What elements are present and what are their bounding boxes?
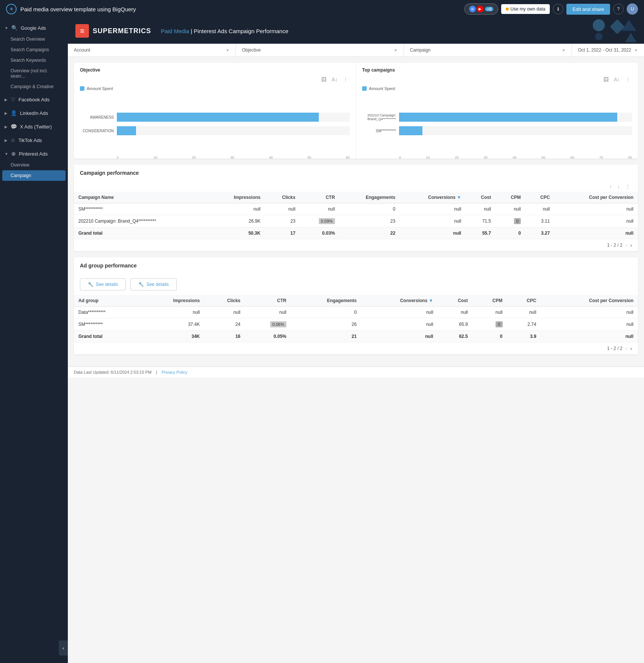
sidebar-item-x-ads[interactable]: ▶ 💬 X Ads (Twitter) bbox=[0, 121, 68, 133]
campaign-next-page-button[interactable]: › bbox=[630, 242, 632, 248]
sidebar-item-pinterest-ads[interactable]: ▼ ⊕ Pinterest Ads bbox=[0, 148, 68, 160]
filter-objective[interactable]: Objective ▼ bbox=[236, 44, 404, 57]
cell-impressions-1: null bbox=[209, 203, 265, 215]
privacy-policy-link[interactable]: Privacy Policy bbox=[162, 370, 187, 374]
sidebar-item-tiktok-ads[interactable]: ▶ ☆ TikTok Ads bbox=[0, 134, 68, 146]
filter-campaign[interactable]: Campaign ▼ bbox=[404, 44, 572, 57]
cell-ag-conversions-2: null bbox=[361, 318, 437, 331]
top-campaigns-chart-legend: Amount Spent bbox=[362, 86, 632, 91]
yt-ds-icon: ▶ bbox=[477, 6, 483, 12]
sidebar-item-pinterest-campaign[interactable]: Campaign bbox=[2, 170, 66, 181]
ad-group-table-footer: 1 - 2 / 2 ‹ › bbox=[74, 342, 638, 354]
bar-label-consideration: CONSIDERATION bbox=[80, 129, 114, 133]
filter-date[interactable]: Oct 1, 2022 - Oct 31, 2022 ▼ bbox=[572, 44, 644, 57]
sidebar-item-campaign-creative[interactable]: Campaign & Creative bbox=[0, 81, 68, 92]
top-campaigns-more-btn[interactable]: ⋮ bbox=[624, 76, 632, 83]
sidebar-toggle-button[interactable]: ‹ bbox=[59, 640, 68, 655]
objective-chart-more-btn[interactable]: ⋮ bbox=[341, 76, 350, 83]
sidebar-item-pinterest-overview[interactable]: Overview bbox=[0, 160, 68, 170]
data-sources-button[interactable]: G ▶ +8 bbox=[464, 3, 499, 15]
sidebar-item-search-keywords[interactable]: Search Keywords bbox=[0, 55, 68, 66]
top-campaigns-bar-axis: 0 10 20 30 40 50 60 70 80 bbox=[362, 156, 632, 159]
bar-track-sm bbox=[399, 126, 632, 135]
chevron-right-icon2: ▶ bbox=[5, 111, 8, 115]
edit-share-button[interactable]: Edit and share bbox=[566, 4, 610, 15]
help-button[interactable]: ? bbox=[613, 4, 624, 14]
use-own-data-button[interactable]: Use my own data bbox=[501, 4, 550, 14]
svg-marker-3 bbox=[621, 20, 636, 31]
sidebar-label-facebook-ads: Facebook Ads bbox=[18, 97, 49, 102]
objective-legend-label: Amount Spent bbox=[87, 86, 113, 91]
col-ag-clicks: Clicks bbox=[204, 295, 245, 307]
bar-row-awareness: AWARENESS bbox=[80, 113, 350, 122]
filter-objective-arrow: ▼ bbox=[394, 48, 398, 52]
filter-account[interactable]: Account ▼ bbox=[68, 44, 236, 57]
col-ag-cpm: CPM bbox=[473, 295, 507, 307]
objective-chart-image-btn[interactable]: 🖼 bbox=[320, 76, 328, 83]
col-cpm: CPM bbox=[496, 192, 525, 203]
top-campaigns-bar-chart: 202210 Campaign: Brand_Q4********** SM**… bbox=[362, 94, 632, 154]
cell-grand-total-ctr: 0.03% bbox=[300, 228, 340, 239]
cell-ag-grand-total-cpm: 0 bbox=[473, 331, 507, 342]
cell-ag-cost-per-conv-1: null bbox=[541, 307, 638, 318]
cell-cpc-2: 3.11 bbox=[525, 215, 554, 228]
cell-ag-name-1: Data********** bbox=[74, 307, 139, 318]
sidebar-item-overview-not-incl[interactable]: Overview (not incl. searc... bbox=[0, 66, 68, 81]
sidebar-item-google-ads[interactable]: ▼ 🔍 Google Ads bbox=[0, 22, 68, 34]
campaign-table-sort-asc[interactable]: ↑ bbox=[608, 183, 613, 190]
col-ad-group: Ad group bbox=[74, 295, 139, 307]
campaign-table-sort-desc[interactable]: ↓ bbox=[616, 183, 621, 190]
objective-chart-sort-btn[interactable]: A↕ bbox=[330, 76, 339, 83]
objective-bar-chart: AWARENESS CONSIDERATION bbox=[80, 94, 350, 154]
sidebar-item-linkedin-ads[interactable]: ▶ 👤 LinkedIn Ads bbox=[0, 107, 68, 119]
bar-label-brand-q4: 202210 Campaign: Brand_Q4********** bbox=[362, 113, 396, 121]
campaign-table-more[interactable]: ⋮ bbox=[624, 183, 632, 190]
top-campaigns-chart-container: Top campaigns 🖼 A↕ ⋮ Amount Spent bbox=[356, 63, 638, 159]
sidebar-item-search-overview[interactable]: Search Overview bbox=[0, 34, 68, 44]
top-campaigns-chart-title: Top campaigns bbox=[362, 67, 632, 73]
ad-group-table-header-row: Ad group Impressions Clicks CTR Engageme… bbox=[74, 295, 638, 307]
top-campaigns-legend-label: Amount Spent bbox=[369, 86, 395, 91]
sidebar-label-tiktok-ads: TikTok Ads bbox=[18, 137, 42, 143]
top-campaigns-image-btn[interactable]: 🖼 bbox=[602, 76, 610, 83]
header-actions: G ▶ +8 Use my own data ℹ Edit and share … bbox=[464, 3, 638, 15]
col-clicks: Clicks bbox=[265, 192, 300, 203]
cell-conversions-2: null bbox=[400, 215, 466, 228]
sidebar-item-facebook-ads[interactable]: ▶ ♡ Facebook Ads bbox=[0, 93, 68, 105]
top-campaigns-bars: 202210 Campaign: Brand_Q4********** SM**… bbox=[362, 94, 632, 154]
cell-cost-per-conv-1: null bbox=[554, 203, 638, 215]
ad-group-next-page-button[interactable]: › bbox=[630, 345, 632, 351]
cell-engagements-2: 23 bbox=[340, 215, 400, 228]
cell-ag-engagements-1: 0 bbox=[291, 307, 361, 318]
top-campaigns-sort-btn[interactable]: A↕ bbox=[612, 76, 621, 83]
see-details-button-2[interactable]: 🔧 See details bbox=[130, 278, 176, 290]
sidebar-label-pinterest-ads: Pinterest Ads bbox=[19, 151, 48, 157]
chevron-right-icon3: ▶ bbox=[5, 125, 8, 129]
wrench-icon-2: 🔧 bbox=[138, 282, 144, 287]
bar-fill-sm bbox=[399, 126, 422, 135]
campaign-performance-section: Campaign performance ↑ ↓ ⋮ Campaign Name… bbox=[74, 165, 638, 251]
cell-ag-grand-total-cpc: 3.9 bbox=[507, 331, 541, 342]
sidebar-item-search-campaigns[interactable]: Search Campaigns bbox=[0, 44, 68, 55]
objective-bars: AWARENESS CONSIDERATION bbox=[80, 94, 350, 154]
cell-ag-engagements-2: 26 bbox=[291, 318, 361, 331]
objective-chart-container: Objective 🖼 A↕ ⋮ Amount Spent bbox=[74, 63, 356, 159]
objective-chart-title: Objective bbox=[80, 67, 350, 73]
ad-group-performance-section: Ad group performance 🔧 See details 🔧 See… bbox=[74, 257, 638, 354]
report-section: Paid Media bbox=[161, 28, 189, 34]
info-button[interactable]: ℹ bbox=[553, 4, 563, 14]
ad-group-grand-total-row: Grand total 34K 16 0.05% 21 null 62.5 0 … bbox=[74, 331, 638, 342]
see-details-button-1[interactable]: 🔧 See details bbox=[80, 278, 126, 290]
user-avatar[interactable]: U bbox=[627, 3, 638, 15]
cell-ag-cost-2: 65.9 bbox=[438, 318, 473, 331]
col-cost: Cost bbox=[466, 192, 496, 203]
cell-ag-ctr-1: null bbox=[245, 307, 291, 318]
campaign-prev-page-button[interactable]: ‹ bbox=[626, 242, 627, 248]
cell-cost-2: 71.5 bbox=[466, 215, 496, 228]
col-ag-cost-per-conv: Cost per Conversion bbox=[541, 295, 638, 307]
cell-grand-total-cost-per-conv: null bbox=[554, 228, 638, 239]
col-ag-cpc: CPC bbox=[507, 295, 541, 307]
ad-group-prev-page-button[interactable]: ‹ bbox=[626, 345, 627, 351]
filter-date-arrow: ▼ bbox=[634, 48, 638, 52]
objective-chart-toolbar: 🖼 A↕ ⋮ bbox=[80, 76, 350, 83]
